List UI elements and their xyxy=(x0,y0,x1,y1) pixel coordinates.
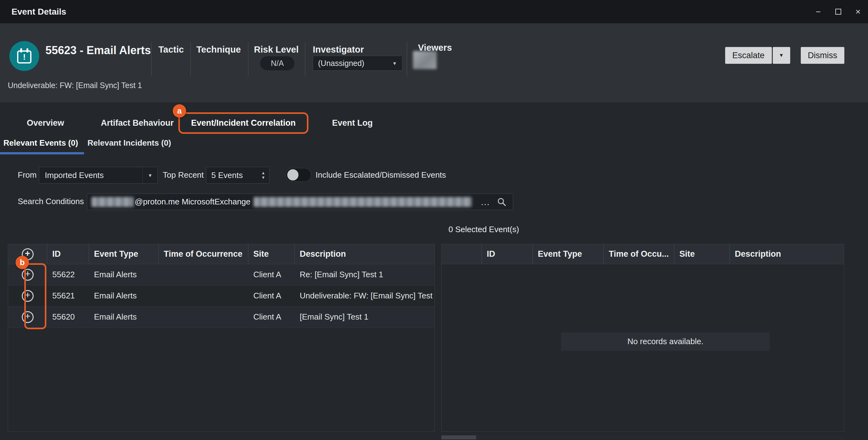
column-header-description[interactable]: Description xyxy=(730,244,844,264)
tab-artifact-behaviour[interactable]: Artifact Behaviour xyxy=(101,118,174,128)
risk-level-value: N/A xyxy=(260,56,294,70)
relevant-events-table: + ID Event Type Time of Occurrence Site … xyxy=(8,244,435,432)
table-header-row: + ID Event Type Time of Occurrence Site … xyxy=(8,244,434,264)
minimize-button[interactable]: − xyxy=(808,0,828,23)
close-button[interactable]: × xyxy=(848,0,868,23)
divider xyxy=(248,42,248,76)
top-recent-input[interactable]: 5 Events ▲ ▼ xyxy=(206,167,270,184)
column-header-event-type[interactable]: Event Type xyxy=(533,244,604,264)
add-event-button[interactable]: + xyxy=(22,311,34,323)
cell-id: 55621 xyxy=(47,285,89,306)
include-escalated-label: Include Escalated/Dismissed Events xyxy=(316,170,446,180)
investigator-value: (Unassigned) xyxy=(313,59,387,68)
divider xyxy=(190,42,191,76)
cell-event-type: Email Alerts xyxy=(89,285,159,306)
more-options-button[interactable]: … xyxy=(476,197,495,207)
maximize-button[interactable] xyxy=(828,0,848,23)
top-recent-label: Top Recent xyxy=(163,170,204,180)
header-actions: Escalate ▼ Dismiss xyxy=(725,47,844,64)
toggle-knob xyxy=(287,169,299,181)
no-records-message: No records available. xyxy=(561,332,770,351)
subtab-relevant-incidents[interactable]: Relevant Incidents (0) xyxy=(88,138,171,148)
cell-description: Undeliverable: FW: [Email Sync] Test 1 xyxy=(295,285,434,306)
divider xyxy=(151,42,152,76)
cell-description: [Email Sync] Test 1 xyxy=(295,307,434,327)
add-event-button[interactable]: + xyxy=(22,290,34,302)
event-calendar-icon: ! xyxy=(9,41,39,71)
cell-event-type: Email Alerts xyxy=(89,264,159,285)
maximize-icon xyxy=(835,9,841,14)
table-row[interactable]: + 55620 Email Alerts Client A [Email Syn… xyxy=(8,307,434,328)
annotation-badge-a: a xyxy=(173,104,186,118)
titlebar: Event Details − × xyxy=(0,0,868,23)
cell-time xyxy=(159,264,248,285)
from-dropdown-value: Imported Events xyxy=(39,170,143,180)
tab-event-incident-correlation[interactable]: Event/Incident Correlation xyxy=(178,112,308,134)
divider xyxy=(305,42,305,76)
plus-icon: + xyxy=(25,270,31,279)
divider xyxy=(407,42,407,76)
search-conditions-label: Search Conditions xyxy=(18,197,84,206)
investigator-label: Investigator xyxy=(313,44,364,55)
cell-time xyxy=(159,307,248,327)
column-header-time[interactable]: Time of Occu... xyxy=(604,244,675,264)
scrollbar-thumb[interactable] xyxy=(441,435,476,439)
include-escalated-toggle[interactable] xyxy=(286,168,311,182)
search-conditions-input[interactable]: @proton.me MicrosoftExchange … xyxy=(87,193,513,210)
cell-event-type: Email Alerts xyxy=(89,307,159,327)
redacted-text xyxy=(254,197,472,207)
cell-description: Re: [Email Sync] Test 1 xyxy=(295,264,434,285)
from-label: From xyxy=(18,170,37,180)
calendar-glyph: ! xyxy=(17,51,31,63)
chevron-down-icon: ▼ xyxy=(779,53,784,58)
add-column-header xyxy=(442,244,482,264)
column-header-site[interactable]: Site xyxy=(248,244,295,264)
add-event-button[interactable]: + xyxy=(22,269,34,281)
cell-site: Client A xyxy=(248,307,295,327)
cell-id: 55622 xyxy=(47,264,89,285)
cell-id: 55620 xyxy=(47,307,89,327)
viewer-avatar xyxy=(413,51,437,69)
cell-site: Client A xyxy=(248,285,295,306)
tab-overview[interactable]: Overview xyxy=(27,118,64,128)
event-title: 55623 - Email Alerts xyxy=(45,44,151,57)
spinner-down-icon[interactable]: ▼ xyxy=(261,176,266,180)
from-dropdown[interactable]: Imported Events ▼ xyxy=(39,167,158,184)
column-header-event-type[interactable]: Event Type xyxy=(89,244,159,264)
table-row[interactable]: + 55622 Email Alerts Client A Re: [Email… xyxy=(8,264,434,285)
event-header: ! 55623 - Email Alerts Tactic Technique … xyxy=(0,23,868,102)
plus-icon: + xyxy=(25,312,31,321)
annotation-badge-b: b xyxy=(16,256,29,269)
top-recent-value: 5 Events xyxy=(206,170,257,180)
column-header-time[interactable]: Time of Occurrence xyxy=(159,244,248,264)
chevron-down-icon: ▼ xyxy=(143,167,157,183)
active-subtab-underline xyxy=(0,152,84,154)
column-header-id[interactable]: ID xyxy=(47,244,89,264)
technique-label: Technique xyxy=(196,44,241,55)
search-conditions-value: @proton.me MicrosoftExchange xyxy=(135,197,251,207)
table-row[interactable]: + 55621 Email Alerts Client A Undelivera… xyxy=(8,285,434,307)
investigator-dropdown[interactable]: (Unassigned) ▼ xyxy=(313,56,402,71)
column-header-description[interactable]: Description xyxy=(295,244,434,264)
event-subtitle: Undeliverable: FW: [Email Sync] Test 1 xyxy=(8,81,142,90)
column-header-site[interactable]: Site xyxy=(675,244,730,264)
column-header-id[interactable]: ID xyxy=(482,244,533,264)
chevron-down-icon: ▼ xyxy=(387,56,402,70)
selected-events-count: 0 Selected Event(s) xyxy=(448,225,519,234)
escalate-button[interactable]: Escalate xyxy=(725,47,772,64)
tab-event-log[interactable]: Event Log xyxy=(332,118,373,128)
plus-icon: + xyxy=(25,291,31,300)
selected-events-table: ID Event Type Time of Occu... Site Descr… xyxy=(441,244,844,432)
horizontal-scrollbar[interactable] xyxy=(441,435,844,439)
table-header-row: ID Event Type Time of Occu... Site Descr… xyxy=(442,244,844,264)
subtab-relevant-events[interactable]: Relevant Events (0) xyxy=(3,138,78,148)
window-controls: − × xyxy=(808,0,868,23)
dismiss-button[interactable]: Dismiss xyxy=(801,47,845,64)
spinner-up-icon[interactable]: ▲ xyxy=(261,171,266,175)
search-button[interactable] xyxy=(495,197,508,207)
exclamation-icon: ! xyxy=(18,52,30,62)
escalate-dropdown-button[interactable]: ▼ xyxy=(773,47,790,64)
redacted-text xyxy=(92,197,133,207)
cell-time xyxy=(159,285,248,306)
search-icon xyxy=(497,197,507,207)
